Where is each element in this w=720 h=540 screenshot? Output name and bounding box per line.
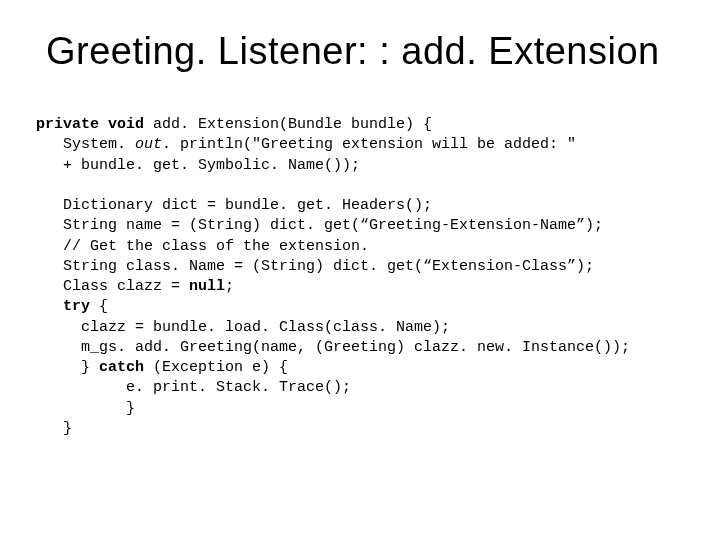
code-keyword: catch <box>99 359 144 376</box>
code-text: } <box>36 420 72 437</box>
code-text: add. Extension(Bundle bundle) { <box>144 116 432 133</box>
code-block: private void add. Extension(Bundle bundl… <box>36 115 684 439</box>
code-text: Dictionary dict = bundle. get. Headers()… <box>36 197 432 214</box>
code-keyword: try <box>63 298 90 315</box>
code-italic: out <box>135 136 162 153</box>
code-text: String class. Name = (String) dict. get(… <box>36 258 594 275</box>
code-text: } <box>36 400 135 417</box>
code-keyword: private void <box>36 116 144 133</box>
code-text: } <box>36 359 99 376</box>
code-text: String name = (String) dict. get(“Greeti… <box>36 217 603 234</box>
slide: Greeting. Listener: : add. Extension pri… <box>0 0 720 540</box>
code-text <box>36 298 63 315</box>
code-text: { <box>90 298 108 315</box>
code-text: // Get the class of the extension. <box>36 238 369 255</box>
code-text: clazz = bundle. load. Class(class. Name)… <box>36 319 450 336</box>
code-text: . println("Greeting extension will be ad… <box>162 136 576 153</box>
slide-title: Greeting. Listener: : add. Extension <box>46 30 684 73</box>
code-keyword: null <box>189 278 225 295</box>
code-text: Class clazz = <box>36 278 189 295</box>
code-text: System. <box>36 136 135 153</box>
code-text: ; <box>225 278 234 295</box>
code-text: m_gs. add. Greeting(name, (Greeting) cla… <box>36 339 630 356</box>
code-text: e. print. Stack. Trace(); <box>36 379 351 396</box>
code-text: (Exception e) { <box>144 359 288 376</box>
code-text: + bundle. get. Symbolic. Name()); <box>36 157 360 174</box>
